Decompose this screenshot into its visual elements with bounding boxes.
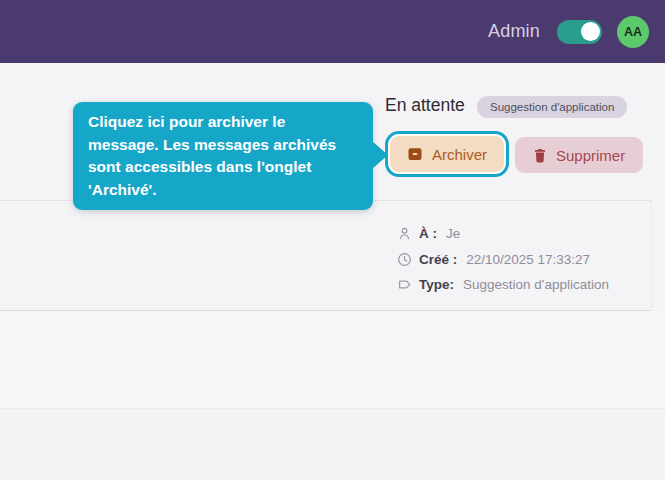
- trash-icon: [533, 148, 547, 163]
- content-section-bottom: [0, 409, 665, 480]
- clock-icon: [397, 252, 412, 267]
- admin-mode-label: Admin: [488, 21, 540, 42]
- message-detail-screen: Admin AA Cliquez ici pour archiver le me…: [0, 0, 665, 480]
- meta-row-recipient: À : Je: [397, 221, 609, 247]
- meta-value: Suggestion d'application: [463, 277, 609, 292]
- meta-value: Je: [446, 226, 460, 241]
- delete-button[interactable]: Supprimer: [515, 137, 643, 173]
- content-section-light: [0, 311, 665, 408]
- tooltip-arrow: [372, 141, 388, 169]
- avatar-initials: AA: [624, 25, 642, 39]
- message-metadata: À : Je Créé : 22/10/2025 17:33:27 Type: …: [397, 221, 609, 298]
- archive-button-highlight-ring: Archiver: [385, 131, 509, 177]
- tooltip-text: Cliquez ici pour archiver le message. Le…: [88, 113, 336, 198]
- delete-button-label: Supprimer: [556, 147, 625, 164]
- toggle-knob: [581, 22, 600, 41]
- meta-label: Type:: [419, 277, 454, 292]
- divider-middle: [0, 310, 651, 311]
- archive-button-label: Archiver: [432, 146, 487, 163]
- app-header: Admin AA: [0, 0, 665, 63]
- meta-label: Créé :: [419, 252, 457, 267]
- avatar[interactable]: AA: [617, 16, 649, 48]
- panel-right-edge: [651, 200, 652, 310]
- archive-icon: [407, 146, 423, 162]
- meta-row-type: Type: Suggestion d'application: [397, 272, 609, 298]
- person-icon: [397, 226, 412, 241]
- meta-value: 22/10/2025 17:33:27: [466, 252, 590, 267]
- archive-help-tooltip: Cliquez ici pour archiver le message. Le…: [73, 102, 373, 210]
- message-status: En attente: [385, 95, 465, 116]
- admin-mode-toggle[interactable]: [557, 20, 602, 44]
- archive-button[interactable]: Archiver: [390, 136, 504, 172]
- tag-icon: [397, 277, 412, 292]
- meta-label: À :: [419, 226, 437, 241]
- meta-row-created: Créé : 22/10/2025 17:33:27: [397, 247, 609, 273]
- divider-bottom: [0, 408, 665, 409]
- message-type-badge: Suggestion d'application: [477, 96, 627, 118]
